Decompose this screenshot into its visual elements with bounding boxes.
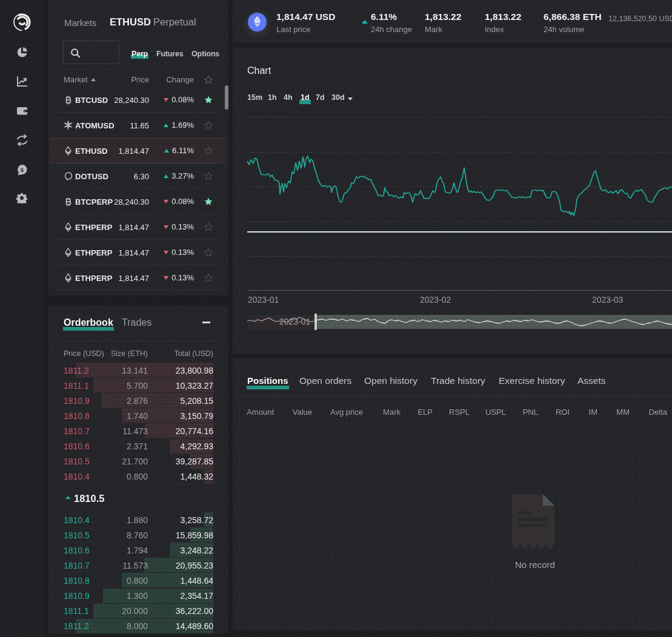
svg-text:$: $ bbox=[21, 167, 24, 173]
